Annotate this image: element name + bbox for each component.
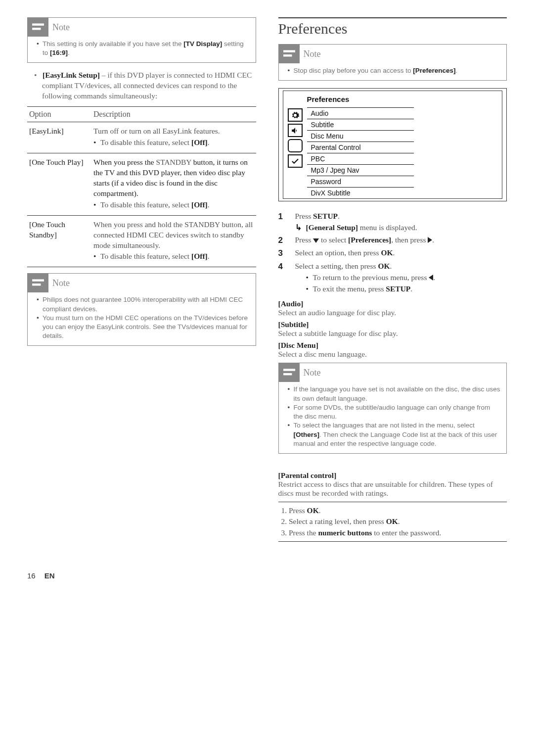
list-item: Disc Menu	[307, 130, 414, 142]
note-text: To select the languages that are not lis…	[288, 421, 501, 448]
gear-icon	[288, 108, 303, 122]
easylink-intro: • [EasyLink Setup] – if this DVD player …	[38, 70, 256, 101]
speaker-icon	[288, 124, 303, 137]
note-text: If the language you have set is not avai…	[288, 385, 501, 403]
option-discmenu-desc: Select a disc menu language.	[278, 350, 507, 359]
note-icon	[279, 45, 300, 63]
note-text: Philips does not guarantee 100% interope…	[37, 295, 250, 313]
option-parental-desc: Restrict access to discs that are unsuit…	[278, 480, 507, 498]
option-discmenu-head: [Disc Menu]	[278, 341, 507, 350]
svg-rect-5	[283, 54, 292, 56]
note-title: Note	[52, 278, 70, 288]
list-item: Password	[307, 176, 414, 187]
th-description: Description	[91, 107, 256, 122]
svg-rect-0	[32, 23, 44, 25]
note-box-stop-disc: Note Stop disc play before you can acces…	[278, 44, 507, 81]
table-row: [EasyLink] Turn off or turn on all EasyL…	[27, 122, 256, 153]
option-audio-desc: Select an audio language for disc play.	[278, 308, 507, 317]
right-icon	[428, 237, 432, 243]
step-3: 3 Select an option, then press OK.	[278, 247, 507, 260]
tv-icon	[288, 139, 303, 152]
note-icon	[279, 363, 300, 382]
list-item: Parental Control	[307, 142, 414, 153]
list-item: Mp3 / Jpeg Nav	[307, 164, 414, 176]
steps-list: 1 Press SETUP. [General Setup] menu is d…	[278, 210, 507, 294]
step-2: 2 Press to select [Preferences], then pr…	[278, 234, 507, 247]
note-box-language: Note If the language you have set is not…	[278, 363, 507, 454]
step-1: 1 Press SETUP. [General Setup] menu is d…	[278, 210, 507, 234]
option-subtitle-head: [Subtitle]	[278, 320, 507, 329]
list-item: DivX Subtitle	[307, 187, 414, 198]
th-option: Option	[27, 107, 91, 122]
note-box-tv-display: Note This setting is only available if y…	[27, 17, 256, 63]
table-row: [One Touch Play] When you press the STAN…	[27, 153, 256, 216]
svg-rect-7	[283, 374, 292, 376]
option-parental-head: [Parental control]	[278, 471, 507, 480]
note-box-philips: Note Philips does not guarantee 100% int…	[27, 273, 256, 346]
table-row: [One Touch Standby] When you press and h…	[27, 215, 256, 267]
page-footer: 16 EN	[0, 552, 534, 595]
easylink-table: Option Description [EasyLink] Turn off o…	[27, 106, 256, 267]
check-icon	[288, 154, 303, 168]
note-text: You must turn on the HDMI CEC operations…	[37, 314, 250, 341]
note-text: For some DVDs, the subtitle/audio langua…	[288, 403, 501, 421]
svg-rect-2	[32, 280, 44, 282]
option-subtitle-desc: Select a subtitle language for disc play…	[278, 329, 507, 338]
note-icon	[28, 274, 48, 292]
parental-steps: 1. Press OK. 2. Select a rating level, t…	[278, 502, 507, 542]
note-title: Note	[304, 368, 321, 378]
preferences-menu: Preferences Audio Subtitle Disc Menu Par…	[278, 88, 507, 201]
section-heading: Preferences	[278, 17, 507, 37]
menu-title: Preferences	[283, 91, 502, 107]
note-title: Note	[52, 22, 70, 33]
step-4: 4 Select a setting, then press OK. To re…	[278, 260, 507, 295]
svg-rect-6	[283, 369, 295, 371]
svg-rect-1	[32, 28, 41, 30]
page-number: 16	[27, 571, 36, 580]
list-item: Subtitle	[307, 119, 414, 130]
list-item: PBC	[307, 153, 414, 164]
note-icon	[28, 18, 48, 37]
option-audio-head: [Audio]	[278, 299, 507, 308]
svg-rect-4	[283, 50, 295, 52]
svg-rect-3	[32, 284, 41, 285]
menu-list: Audio Subtitle Disc Menu Parental Contro…	[307, 107, 502, 198]
lang-code: EN	[44, 571, 55, 580]
list-item: Audio	[307, 107, 414, 119]
note-text: Stop disc play before you can access to …	[288, 66, 501, 75]
down-icon	[313, 238, 319, 243]
note-title: Note	[304, 49, 321, 59]
left-icon	[429, 275, 433, 281]
note-text: This setting is only available if you ha…	[37, 40, 250, 57]
